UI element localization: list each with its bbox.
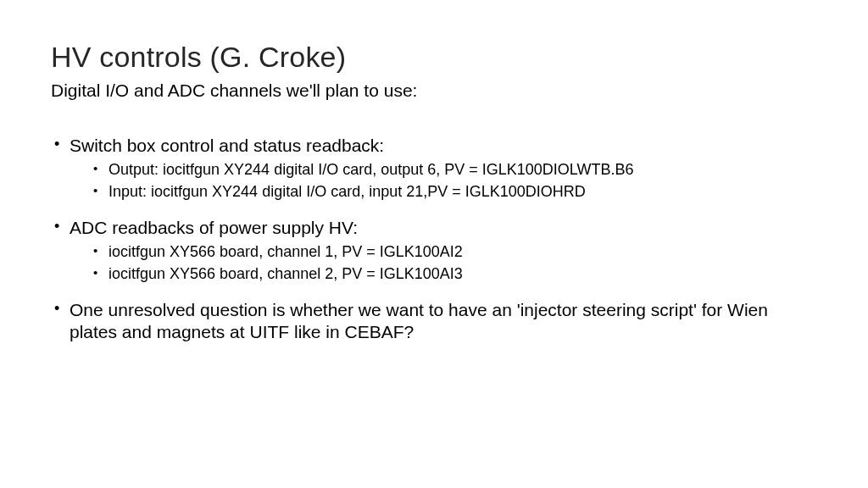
list-item: One unresolved question is whether we wa…	[51, 299, 817, 344]
bullet-text: One unresolved question is whether we wa…	[70, 300, 768, 341]
sub-bullet-text: iocitfgun XY566 board, channel 1, PV = I…	[108, 243, 463, 260]
list-item: Switch box control and status readback: …	[51, 135, 817, 202]
sub-list: Output: iocitfgun XY244 digital I/O card…	[70, 160, 817, 202]
bullet-list: Switch box control and status readback: …	[51, 135, 817, 344]
list-item: iocitfgun XY566 board, channel 2, PV = I…	[70, 264, 817, 284]
bullet-text: ADC readbacks of power supply HV:	[70, 218, 358, 237]
list-item: ADC readbacks of power supply HV: iocitf…	[51, 217, 817, 284]
list-item: Output: iocitfgun XY244 digital I/O card…	[70, 160, 817, 180]
list-item: iocitfgun XY566 board, channel 1, PV = I…	[70, 242, 817, 262]
slide-title: HV controls (G. Croke)	[51, 41, 817, 74]
sub-bullet-text: iocitfgun XY566 board, channel 2, PV = I…	[108, 265, 463, 282]
sub-list: iocitfgun XY566 board, channel 1, PV = I…	[70, 242, 817, 284]
bullet-text: Switch box control and status readback:	[70, 136, 384, 155]
list-item: Input: iocitfgun XY244 digital I/O card,…	[70, 182, 817, 202]
sub-bullet-text: Input: iocitfgun XY244 digital I/O card,…	[108, 183, 586, 200]
sub-bullet-text: Output: iocitfgun XY244 digital I/O card…	[108, 161, 634, 178]
slide-subtitle: Digital I/O and ADC channels we'll plan …	[51, 80, 817, 101]
